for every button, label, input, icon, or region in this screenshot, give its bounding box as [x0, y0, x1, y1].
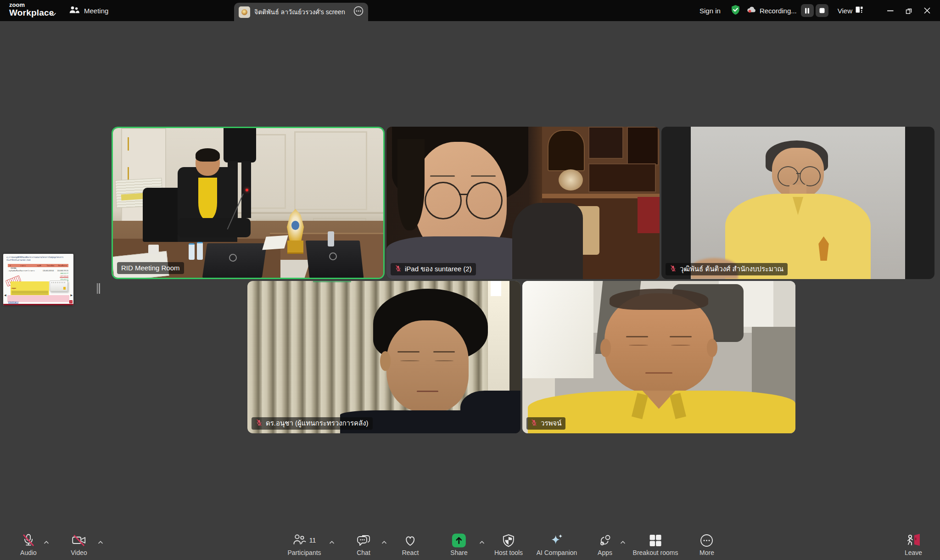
pause-recording-button[interactable]	[801, 4, 814, 17]
video-tile-worapot[interactable]: วรพจน์	[522, 281, 795, 433]
stop-recording-button[interactable]	[816, 4, 828, 17]
participant-name: RID Meeting Room	[121, 264, 180, 272]
participant-name-label: ดร.อนุชา (ผู้แทนกระทรวงการคลัง)	[252, 417, 373, 430]
slide-footer-box: ฝ่ายเลขานุการ	[7, 295, 69, 302]
leave-button[interactable]: Leave	[905, 533, 922, 556]
standing-person	[224, 128, 256, 162]
shared-app-icon	[239, 6, 250, 18]
shield-icon	[502, 533, 515, 548]
participant-name: iPad ของ suntaree (2)	[405, 265, 472, 273]
slide-air-conditioner-image	[50, 280, 68, 291]
slide-title: 4.) การขออนุมัติใช้เงินเหลือจ่าย จากแผนง…	[6, 256, 71, 262]
leave-door-icon	[906, 533, 921, 548]
slide-bottom-bar	[3, 304, 73, 305]
more-ellipsis-icon	[700, 533, 714, 548]
water-bottle	[328, 231, 334, 246]
mic-muted-icon	[395, 265, 402, 273]
chat-icon	[357, 533, 370, 548]
share-options-chevron[interactable]	[479, 538, 485, 546]
suit-shoulders	[460, 391, 520, 433]
chat-options-chevron[interactable]	[381, 538, 387, 546]
video-feed-anucha	[247, 281, 520, 433]
react-button[interactable]: React	[402, 533, 419, 556]
participant-name: วุฒิพันธ์ ต้นติวงศ์ สำนักงบประมาณ	[680, 265, 783, 273]
water-bottle	[189, 243, 195, 260]
meeting-people-icon	[69, 6, 79, 16]
close-button[interactable]	[918, 0, 936, 21]
person-face	[386, 320, 469, 412]
eyeglasses	[778, 166, 799, 186]
participant-name: ดร.อนุชา (ผู้แทนกระทรวงการคลัง)	[266, 419, 369, 427]
heart-icon	[403, 533, 417, 548]
video-feed-meeting-room	[113, 128, 383, 278]
video-tile-rid-meeting-room[interactable]: RID Meeting Room	[112, 127, 385, 279]
water-bottle	[197, 242, 203, 260]
shared-screen-title: จิตติพันธ์ ลาวัณย์วรวงศ์'s screen	[254, 7, 349, 17]
share-screen-icon	[452, 533, 466, 548]
participant-name: วรพจน์	[541, 419, 561, 427]
apps-button[interactable]: Apps	[598, 533, 612, 556]
audio-options-chevron[interactable]	[44, 538, 49, 546]
slide-table: ที่ รายการ อนุมัติ โอนเปลี่ยน เงินเหลือจ…	[8, 264, 68, 272]
ai-sparkle-icon	[549, 533, 564, 548]
slide-page-number: 4	[69, 300, 73, 303]
view-layout-icon[interactable]	[856, 6, 863, 15]
participant-name-label: วรพจน์	[526, 417, 565, 430]
tab-meeting[interactable]: Meeting	[69, 0, 108, 21]
participants-count: 11	[309, 537, 316, 544]
apps-icon	[599, 533, 611, 548]
video-tile-anucha[interactable]: ดร.อนุชา (ผู้แทนกระทรวงการคลัง)	[247, 281, 520, 433]
share-button[interactable]: Share	[450, 533, 467, 556]
office-chair	[143, 188, 183, 241]
brand-chevron-down-icon[interactable]	[50, 10, 56, 18]
breakout-grid-icon	[649, 533, 662, 548]
view-button[interactable]: View	[838, 7, 852, 15]
thumbnail-scroll-handle[interactable]	[97, 283, 100, 294]
video-feed-worapot	[522, 281, 795, 433]
tab-shared-screen[interactable]: จิตติพันธ์ ลาวัณย์วรวงศ์'s screen	[234, 3, 368, 21]
zoom-workplace-logo: zoom Workplace	[9, 2, 54, 17]
participant-name-label: วุฒิพันธ์ ต้นติวงศ์ สำนักงบประมาณ	[666, 263, 788, 275]
participants-icon	[293, 533, 306, 547]
mic-muted-icon	[531, 419, 537, 427]
slide-prev-arrow: ◀	[4, 293, 6, 297]
title-bar: zoom Workplace Meeting จิตติพันธ์ ลาวัณย…	[0, 0, 940, 21]
more-button[interactable]: More	[699, 533, 714, 556]
recording-status-text: Recording...	[760, 7, 797, 15]
audio-button[interactable]: Audio	[20, 533, 37, 556]
cloud-recording-icon	[746, 6, 757, 15]
sign-in-button[interactable]: Sign in	[699, 7, 721, 15]
video-tile-ipad-suntaree[interactable]: iPad ของ suntaree (2)	[386, 127, 660, 279]
ai-companion-button[interactable]: AI Companion	[537, 533, 577, 556]
restore-button[interactable]	[900, 0, 918, 21]
wall-panel	[294, 131, 367, 210]
brand-zoom: zoom	[9, 2, 54, 8]
apps-options-chevron[interactable]	[620, 538, 626, 546]
tab-more-options-icon[interactable]	[353, 6, 364, 18]
chat-button[interactable]: Chat	[357, 533, 370, 556]
mic-muted-icon	[256, 419, 263, 427]
eyeglasses	[425, 182, 461, 219]
host-tools-button[interactable]: Host tools	[494, 533, 523, 556]
video-feed-wuttipan	[691, 127, 905, 279]
slide-note-box: เหตุผล	[11, 281, 49, 295]
participants-options-chevron[interactable]	[329, 538, 335, 546]
name-plate	[262, 235, 288, 250]
video-tile-wuttipan[interactable]: วุฒิพันธ์ ต้นติวงศ์ สำนักงบประมาณ	[661, 127, 934, 279]
car-window	[522, 281, 593, 378]
mic-off-icon	[21, 533, 36, 548]
participants-button[interactable]: 11 Participants	[287, 533, 321, 556]
eyeglasses	[466, 182, 503, 219]
video-feed-suntaree	[386, 127, 660, 279]
slide-side-values: 468,512.77 -247,500.00 221,012.77	[60, 272, 68, 281]
security-shield-icon[interactable]	[731, 5, 740, 17]
breakout-rooms-button[interactable]: Breakout rooms	[633, 533, 678, 556]
video-button[interactable]: Video	[71, 533, 87, 556]
brand-workplace: Workplace	[9, 8, 54, 17]
participant-name-label: iPad ของ suntaree (2)	[391, 263, 476, 275]
shared-screen-preview[interactable]: 4.) การขออนุมัติใช้เงินเหลือจ่าย จากแผนง…	[3, 254, 73, 305]
video-options-chevron[interactable]	[98, 538, 103, 546]
chair-back	[512, 203, 583, 279]
minimize-button[interactable]	[881, 0, 900, 21]
mic-muted-icon	[670, 265, 677, 273]
